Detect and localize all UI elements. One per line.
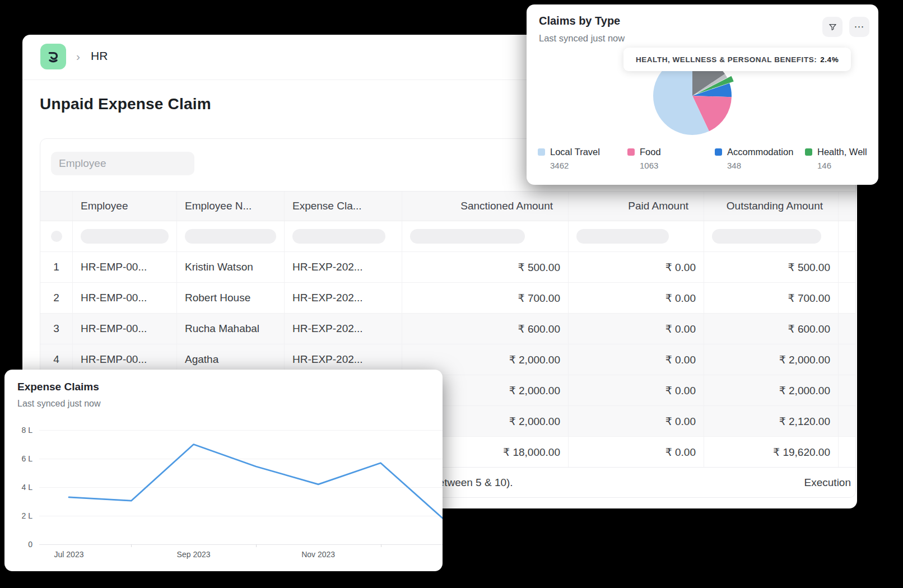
filter-skeleton-pill[interactable]: [712, 229, 821, 244]
table-footer-note: between 5 & 10).: [432, 468, 513, 498]
expense-claims-line: [69, 445, 443, 519]
table-row[interactable]: 1HR-EMP-00...Kristin WatsonHR-EXP-202...…: [40, 251, 855, 282]
employee-cell: HR-EMP-00...: [72, 252, 176, 282]
filter-employee-name-cell: [176, 221, 284, 251]
filter-paid-cell: [568, 221, 704, 251]
column-header-extra: [838, 192, 855, 221]
outstanding-amount-cell: ₹ 19,620.00: [704, 437, 838, 467]
paid-amount-cell: ₹ 0.00: [568, 283, 704, 313]
sanctioned-amount-cell: ₹ 600.00: [402, 314, 568, 344]
filter-employee-cell: [72, 221, 176, 251]
employee-cell: HR-EMP-00...: [72, 314, 176, 344]
legend-label: Local Travel: [550, 147, 600, 157]
filter-skeleton-pill[interactable]: [185, 229, 276, 244]
claims-by-type-card: Claims by Type Last synced just now ⋯ HE…: [527, 4, 878, 185]
legend-swatch: [538, 148, 545, 156]
extra-cell: [838, 283, 855, 313]
hr-logo-glyph: [45, 48, 62, 65]
extra-cell: [838, 344, 855, 375]
outstanding-amount-cell: ₹ 2,000.00: [704, 375, 838, 405]
table-row[interactable]: 3HR-EMP-00...Rucha MahabalHR-EXP-202...₹…: [40, 313, 855, 344]
legend-label: Health, Well: [817, 147, 867, 157]
employee-name-cell: Robert House: [176, 283, 284, 313]
extra-cell: [838, 406, 855, 436]
breadcrumb-chevron-icon: ›: [76, 50, 80, 63]
column-header-sanctioned-amount[interactable]: Sanctioned Amount: [402, 192, 568, 221]
paid-amount-cell: ₹ 0.00: [568, 375, 704, 405]
paid-amount-cell: ₹ 0.00: [568, 406, 704, 436]
table-header-row: Employee Employee N... Expense Cla... Sa…: [40, 191, 855, 221]
legend-swatch: [805, 148, 812, 156]
filter-skeleton-pill[interactable]: [81, 229, 169, 244]
legend-item[interactable]: Food 1063: [627, 147, 661, 170]
expense-claim-cell: HR-EXP-202...: [284, 252, 402, 282]
more-options-button[interactable]: ⋯: [849, 17, 869, 37]
paid-amount-cell: ₹ 0.00: [568, 252, 704, 282]
legend-swatch: [715, 148, 722, 156]
breadcrumb[interactable]: HR: [91, 49, 108, 63]
table-row[interactable]: 2HR-EMP-00...Robert HouseHR-EXP-202...₹ …: [40, 282, 855, 313]
dashboard-stage: › HR Unpaid Expense Claim Employee Emplo…: [0, 0, 903, 588]
filter-expense-claim-cell: [284, 221, 402, 251]
paid-amount-cell: ₹ 0.00: [568, 344, 704, 375]
legend-value: 348: [715, 161, 793, 170]
filter-rownum-cell: [40, 221, 72, 251]
column-header-employee[interactable]: Employee: [72, 192, 176, 221]
rownum-cell: 3: [40, 314, 72, 344]
pie-tooltip-label: HEALTH, WELLNESS & PERSONAL BENEFITS:: [636, 55, 817, 64]
filter-button[interactable]: [822, 17, 843, 37]
employee-cell: HR-EMP-00...: [72, 283, 176, 313]
sanctioned-amount-cell: ₹ 700.00: [402, 283, 568, 313]
filter-outstanding-cell: [704, 221, 838, 251]
legend-item[interactable]: Accommodation 348: [715, 147, 793, 170]
expense-claim-cell: HR-EXP-202...: [284, 283, 402, 313]
column-header-employee-name[interactable]: Employee N...: [176, 192, 284, 221]
page-title: Unpaid Expense Claim: [40, 95, 211, 113]
column-header-expense-claim[interactable]: Expense Cla...: [284, 192, 402, 221]
outstanding-amount-cell: ₹ 2,000.00: [704, 344, 838, 375]
legend-label: Accommodation: [727, 147, 793, 157]
rownum-cell: 2: [40, 283, 72, 313]
column-header-paid-amount[interactable]: Paid Amount: [568, 192, 704, 221]
extra-cell: [838, 375, 855, 405]
rownum-cell: 1: [40, 252, 72, 282]
extra-cell: [838, 314, 855, 344]
pie-tooltip-value: 2.4%: [820, 55, 839, 64]
claims-card-title: Claims by Type: [539, 15, 866, 27]
extra-cell: [838, 437, 855, 467]
filter-skeleton-pill[interactable]: [292, 229, 385, 244]
legend-swatch: [627, 148, 635, 156]
filter-skeleton-pill[interactable]: [576, 229, 669, 244]
paid-amount-cell: ₹ 0.00: [568, 437, 704, 467]
employee-name-cell: Rucha Mahabal: [176, 314, 284, 344]
filter-skeleton-dot[interactable]: [51, 231, 62, 242]
sanctioned-amount-cell: ₹ 500.00: [402, 252, 568, 282]
employee-name-cell: Kristin Watson: [176, 252, 284, 282]
outstanding-amount-cell: ₹ 2,120.00: [704, 406, 838, 436]
outstanding-amount-cell: ₹ 600.00: [704, 314, 838, 344]
table-footer-execution-label: Execution: [804, 468, 851, 498]
line-series-svg: [4, 370, 443, 571]
table-filter-row: [40, 221, 855, 251]
expense-line-chart: 8 L6 L4 L2 L0Jul 2023Sep 2023Nov 2023: [4, 370, 443, 571]
frappe-hr-logo-icon[interactable]: [40, 44, 66, 69]
outstanding-amount-cell: ₹ 500.00: [704, 252, 838, 282]
filter-extra-cell: [838, 221, 855, 251]
filter-skeleton-pill[interactable]: [410, 229, 525, 244]
claims-card-last-synced: Last synced just now: [539, 33, 866, 44]
extra-cell: [838, 252, 855, 282]
legend-label: Food: [640, 147, 661, 157]
legend-item[interactable]: Local Travel 3462: [538, 147, 600, 170]
pie-tooltip: HEALTH, WELLNESS & PERSONAL BENEFITS: 2.…: [623, 48, 851, 71]
legend-value: 3462: [538, 161, 600, 170]
legend-item[interactable]: Health, Well 146: [805, 147, 867, 170]
expense-claim-cell: HR-EXP-202...: [284, 314, 402, 344]
legend-value: 1063: [627, 161, 661, 170]
employee-filter-input[interactable]: [51, 152, 194, 175]
expense-claims-card: Expense Claims Last synced just now 8 L6…: [4, 370, 443, 571]
outstanding-amount-cell: ₹ 700.00: [704, 283, 838, 313]
pie-legend: Local Travel 3462 Food 1063 Accommodatio…: [527, 147, 878, 176]
column-header-outstanding-amount[interactable]: Outstanding Amount: [704, 192, 838, 221]
paid-amount-cell: ₹ 0.00: [568, 314, 704, 344]
filter-sanctioned-cell: [402, 221, 568, 251]
